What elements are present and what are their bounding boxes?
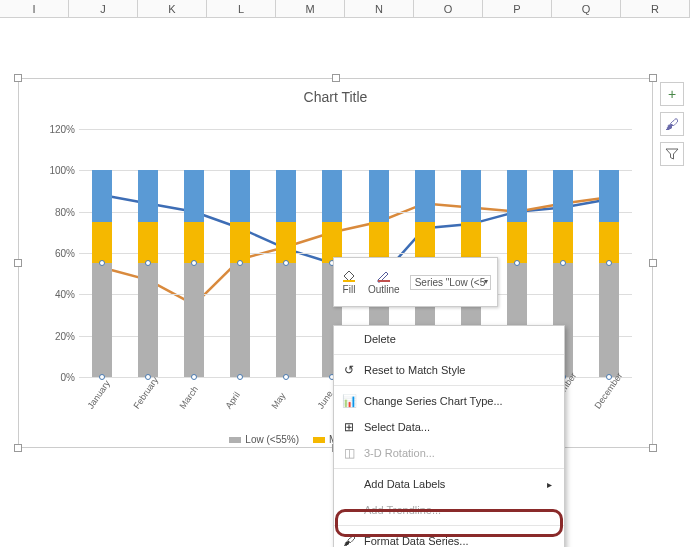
bar-segment[interactable] (369, 170, 389, 222)
chart-filters-button[interactable] (660, 142, 684, 166)
bar-segment[interactable] (461, 170, 481, 222)
ctx-label: Change Series Chart Type... (364, 395, 503, 407)
bar-segment[interactable] (599, 263, 619, 377)
chart-elements-button[interactable]: + (660, 82, 684, 106)
col-header[interactable]: K (138, 0, 207, 18)
ctx-3d-rotation: ◫3-D Rotation... (334, 440, 564, 466)
y-tick-label: 40% (37, 289, 75, 300)
outline-button[interactable]: Outline (368, 269, 400, 295)
ctx-select-data[interactable]: ⊞Select Data... (334, 414, 564, 440)
column-headers: I J K L M N O P Q R (0, 0, 690, 18)
submenu-arrow-icon: ▸ (547, 479, 552, 490)
fill-label: Fill (343, 284, 356, 295)
bar-segment[interactable] (322, 170, 342, 222)
resize-handle[interactable] (649, 444, 657, 452)
col-header[interactable]: O (414, 0, 483, 18)
mini-toolbar: Fill Outline Series "Low (<5 (333, 257, 498, 307)
y-tick-label: 20% (37, 330, 75, 341)
bar-segment[interactable] (507, 222, 527, 263)
col-header[interactable]: P (483, 0, 552, 18)
bar-segment[interactable] (230, 222, 250, 263)
col-header[interactable]: R (621, 0, 690, 18)
ctx-format-data-series[interactable]: 🖌Format Data Series... (334, 528, 564, 547)
col-header[interactable]: N (345, 0, 414, 18)
resize-handle[interactable] (332, 74, 340, 82)
x-tick-label: February (132, 388, 176, 427)
y-tick-label: 100% (37, 165, 75, 176)
svg-rect-1 (378, 280, 390, 282)
ctx-label: Add Trendline... (364, 504, 441, 516)
y-tick-label: 80% (37, 206, 75, 217)
x-tick-label: December (592, 388, 636, 427)
bar-group[interactable] (138, 129, 158, 377)
bar-segment[interactable] (184, 170, 204, 222)
bar-segment[interactable] (276, 222, 296, 263)
col-header[interactable]: J (69, 0, 138, 18)
bar-segment[interactable] (507, 170, 527, 222)
bar-segment[interactable] (415, 170, 435, 222)
bar-group[interactable] (92, 129, 112, 377)
bar-segment[interactable] (138, 222, 158, 263)
separator (334, 354, 564, 355)
bar-segment[interactable] (184, 263, 204, 377)
separator (334, 525, 564, 526)
ctx-label: Delete (364, 333, 396, 345)
context-menu: Delete ↺Reset to Match Style 📊Change Ser… (333, 325, 565, 547)
ctx-delete[interactable]: Delete (334, 326, 564, 352)
bar-group[interactable] (184, 129, 204, 377)
brush-icon: 🖌 (665, 116, 679, 132)
ctx-add-trendline: Add Trendline... (334, 497, 564, 523)
bar-segment[interactable] (276, 170, 296, 222)
bar-segment[interactable] (553, 222, 573, 263)
ctx-add-data-labels[interactable]: Add Data Labels▸ (334, 471, 564, 497)
resize-handle[interactable] (14, 259, 22, 267)
col-header[interactable]: M (276, 0, 345, 18)
paint-bucket-icon (340, 269, 358, 283)
ctx-label: Format Data Series... (364, 535, 469, 547)
bar-group[interactable] (230, 129, 250, 377)
x-tick-label: March (178, 388, 222, 427)
cube-icon: ◫ (340, 446, 358, 460)
chart-title[interactable]: Chart Title (19, 89, 652, 105)
bar-segment[interactable] (184, 222, 204, 263)
bar-segment[interactable] (230, 263, 250, 377)
bar-segment[interactable] (599, 222, 619, 263)
resize-handle[interactable] (14, 74, 22, 82)
ctx-reset-style[interactable]: ↺Reset to Match Style (334, 357, 564, 383)
bar-segment[interactable] (230, 170, 250, 222)
bar-group[interactable] (599, 129, 619, 377)
resize-handle[interactable] (14, 444, 22, 452)
bar-segment[interactable] (138, 170, 158, 222)
fill-button[interactable]: Fill (340, 269, 358, 295)
ctx-label: Add Data Labels (364, 478, 445, 490)
col-header[interactable]: I (0, 0, 69, 18)
col-header[interactable]: L (207, 0, 276, 18)
chart-styles-button[interactable]: 🖌 (660, 112, 684, 136)
resize-handle[interactable] (649, 74, 657, 82)
bar-segment[interactable] (92, 222, 112, 263)
chart-side-buttons: + 🖌 (660, 82, 684, 166)
outline-label: Outline (368, 284, 400, 295)
bar-segment[interactable] (138, 263, 158, 377)
ctx-label: Select Data... (364, 421, 430, 433)
col-header[interactable]: Q (552, 0, 621, 18)
legend-item-low[interactable]: Low (<55%) (229, 434, 299, 445)
resize-handle[interactable] (649, 259, 657, 267)
y-tick-label: 60% (37, 248, 75, 259)
svg-rect-0 (343, 280, 355, 282)
select-data-icon: ⊞ (340, 420, 358, 434)
series-selector-dropdown[interactable]: Series "Low (<5 (410, 275, 491, 290)
format-icon: 🖌 (340, 534, 358, 547)
bar-segment[interactable] (599, 170, 619, 222)
ctx-label: 3-D Rotation... (364, 447, 435, 459)
funnel-icon (665, 147, 679, 161)
ctx-label: Reset to Match Style (364, 364, 466, 376)
plus-icon: + (668, 86, 676, 102)
bar-segment[interactable] (92, 263, 112, 377)
bar-segment[interactable] (553, 170, 573, 222)
bar-group[interactable] (276, 129, 296, 377)
bar-segment[interactable] (92, 170, 112, 222)
chart-type-icon: 📊 (340, 394, 358, 408)
bar-segment[interactable] (276, 263, 296, 377)
ctx-change-chart-type[interactable]: 📊Change Series Chart Type... (334, 388, 564, 414)
